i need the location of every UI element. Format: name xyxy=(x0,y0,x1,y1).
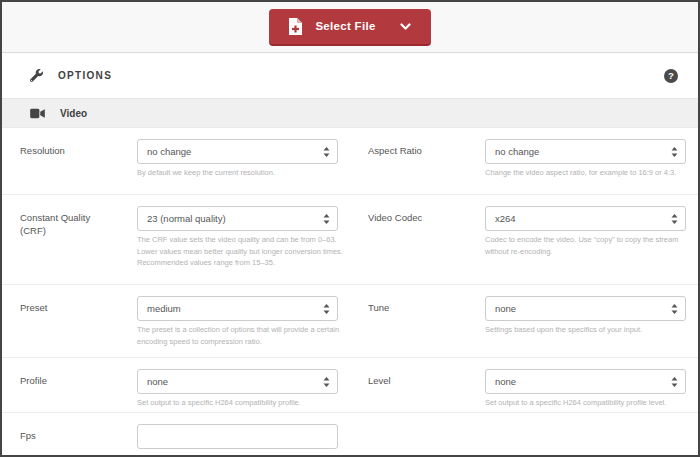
level-label: Level xyxy=(368,369,463,412)
preset-help: The preset is a collection of options th… xyxy=(137,324,347,347)
profile-select-wrap: none xyxy=(137,369,338,394)
video-codec-help: Codec to encode the video. Use “copy” to… xyxy=(485,234,695,257)
wrench-icon xyxy=(30,69,43,82)
field-video-codec: Video Codec x264 Codec to encode the vid… xyxy=(350,195,698,284)
chevron-down-icon xyxy=(400,23,411,30)
fps-help: Change the video frame rate. xyxy=(137,452,347,457)
field-profile: Profile none Set output to a specific H2… xyxy=(2,358,350,412)
field-level: Level none Set output to a specific H264… xyxy=(350,358,698,412)
fps-label: Fps xyxy=(20,424,115,457)
aspect-ratio-label: Aspect Ratio xyxy=(368,139,463,187)
file-plus-icon xyxy=(289,18,302,35)
profile-label: Profile xyxy=(20,369,115,412)
video-section-title: Video xyxy=(60,108,87,119)
form-row: Fps Change the video frame rate. xyxy=(2,413,698,457)
constant-quality-select-wrap: 23 (normal quality) xyxy=(137,206,338,231)
field-fps: Fps Change the video frame rate. xyxy=(2,413,350,457)
select-file-button[interactable]: Select File xyxy=(269,9,430,46)
help-icon[interactable]: ? xyxy=(664,69,678,83)
options-title: OPTIONS xyxy=(58,70,112,81)
constant-quality-label: Constant Quality (CRF) xyxy=(20,206,115,277)
field-aspect-ratio: Aspect Ratio no change Change the video … xyxy=(350,128,698,194)
form-row: Resolution no change By default we keep … xyxy=(2,128,698,195)
profile-help: Set output to a specific H264 compatibil… xyxy=(137,397,347,409)
video-codec-label: Video Codec xyxy=(368,206,463,277)
form-row: Preset medium The preset is a collection… xyxy=(2,285,698,358)
resolution-select-wrap: no change xyxy=(137,139,338,164)
video-codec-select-wrap: x264 xyxy=(485,206,686,231)
form-row: Profile none Set output to a specific H2… xyxy=(2,358,698,413)
tune-label: Tune xyxy=(368,296,463,350)
empty-cell xyxy=(350,413,698,457)
constant-quality-help: The CRF value sets the video quality and… xyxy=(137,234,347,269)
fps-input[interactable] xyxy=(137,424,338,449)
field-constant-quality: Constant Quality (CRF) 23 (normal qualit… xyxy=(2,195,350,284)
video-codec-select[interactable]: x264 xyxy=(485,206,686,231)
preset-label: Preset xyxy=(20,296,115,350)
field-tune: Tune none Settings based upon the specif… xyxy=(350,285,698,357)
level-select-wrap: none xyxy=(485,369,686,394)
form-row: Constant Quality (CRF) 23 (normal qualit… xyxy=(2,195,698,285)
tune-select[interactable]: none xyxy=(485,296,686,321)
field-preset: Preset medium The preset is a collection… xyxy=(2,285,350,357)
aspect-ratio-select-wrap: no change xyxy=(485,139,686,164)
level-help: Set output to a specific H264 compatibil… xyxy=(485,397,695,409)
options-header: OPTIONS ? xyxy=(2,53,698,98)
preset-select[interactable]: medium xyxy=(137,296,338,321)
select-file-label: Select File xyxy=(315,20,375,32)
video-camera-icon xyxy=(30,108,45,119)
resolution-help: By default we keep the current resolutio… xyxy=(137,167,347,179)
field-resolution: Resolution no change By default we keep … xyxy=(2,128,350,194)
resolution-label: Resolution xyxy=(20,139,115,187)
tune-select-wrap: none xyxy=(485,296,686,321)
aspect-ratio-help: Change the video aspect ratio, for examp… xyxy=(485,167,695,179)
preset-select-wrap: medium xyxy=(137,296,338,321)
resolution-select[interactable]: no change xyxy=(137,139,338,164)
profile-select[interactable]: none xyxy=(137,369,338,394)
video-section-header: Video xyxy=(2,98,698,128)
top-bar: Select File xyxy=(2,2,698,53)
constant-quality-select[interactable]: 23 (normal quality) xyxy=(137,206,338,231)
level-select[interactable]: none xyxy=(485,369,686,394)
aspect-ratio-select[interactable]: no change xyxy=(485,139,686,164)
page: Select File OPTIONS ? Video xyxy=(0,0,700,457)
tune-help: Settings based upon the specifics of you… xyxy=(485,324,695,336)
